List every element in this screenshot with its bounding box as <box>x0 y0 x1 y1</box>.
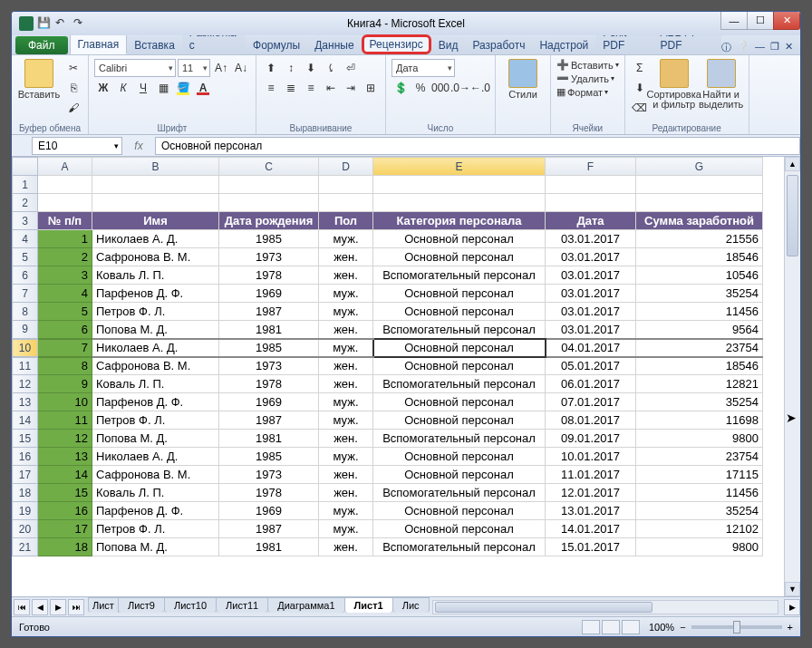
cell[interactable]: муж. <box>319 393 373 411</box>
number-format-combo[interactable]: Дата <box>392 59 455 77</box>
cell[interactable]: Сафронова В. М. <box>92 248 219 266</box>
sheet-tab[interactable]: Лист9 <box>118 597 165 613</box>
format-painter-icon[interactable]: 🖌 <box>64 99 82 117</box>
cell[interactable]: Вспомогательный персонал <box>373 375 546 393</box>
cell[interactable]: 08.01.2017 <box>546 411 636 430</box>
sheet-nav-prev-icon[interactable]: ◀ <box>32 599 48 615</box>
cell[interactable]: Основной персонал <box>373 466 546 484</box>
cell[interactable]: Вспомогательный персонал <box>373 266 546 285</box>
cell[interactable]: 14.01.2017 <box>546 520 636 538</box>
tab-addins[interactable]: Надстрой <box>532 36 595 54</box>
find-select-button[interactable]: Найти и выделить <box>700 59 743 110</box>
sheet-tab[interactable]: Лист1 <box>344 597 393 613</box>
cell[interactable]: 18546 <box>636 357 763 375</box>
cell[interactable]: Петров Ф. Л. <box>92 411 219 430</box>
cell[interactable]: 1973 <box>219 248 319 266</box>
excel-icon[interactable] <box>19 16 34 31</box>
decrease-decimal-icon[interactable]: ←.0 <box>471 79 489 97</box>
cell[interactable] <box>636 194 763 212</box>
copy-icon[interactable]: ⎘ <box>64 79 82 97</box>
row-header[interactable]: 8 <box>13 303 38 321</box>
help-icon[interactable]: ❔ <box>737 41 749 54</box>
cell[interactable]: 1987 <box>219 303 319 321</box>
cell[interactable]: Основной персонал <box>373 448 546 466</box>
redo-icon[interactable]: ↷ <box>73 16 88 31</box>
cell[interactable]: Попова М. Д. <box>92 538 219 556</box>
zoom-out-icon[interactable]: − <box>680 622 685 633</box>
cell[interactable]: 14 <box>38 466 92 484</box>
cell[interactable]: 1981 <box>219 430 319 448</box>
zoom-in-icon[interactable]: + <box>788 622 793 633</box>
row-header[interactable]: 6 <box>13 266 38 285</box>
bold-button[interactable]: Ж <box>94 79 112 97</box>
cell[interactable]: 1969 <box>219 393 319 411</box>
cell[interactable]: Основной персонал <box>373 248 546 266</box>
cell[interactable]: 9800 <box>636 430 763 448</box>
cell[interactable]: 1985 <box>219 448 319 466</box>
cell[interactable]: 03.01.2017 <box>546 230 636 248</box>
cell[interactable]: жен. <box>319 466 373 484</box>
tab-view[interactable]: Вид <box>431 36 466 54</box>
shrink-font-icon[interactable]: A↓ <box>232 59 250 77</box>
row-header[interactable]: 20 <box>13 520 38 538</box>
cell[interactable] <box>38 176 92 194</box>
cell[interactable]: 16 <box>38 502 92 520</box>
name-box[interactable]: E10 <box>32 137 122 155</box>
percent-icon[interactable]: % <box>411 79 430 97</box>
delete-cells-button[interactable]: Удалить <box>571 73 609 84</box>
cell[interactable]: муж. <box>319 339 373 357</box>
cell[interactable]: Сафронова В. М. <box>92 357 219 375</box>
cell[interactable]: 17115 <box>636 466 763 484</box>
cell[interactable]: 1969 <box>219 285 319 303</box>
cell[interactable]: Основной персонал <box>373 339 546 357</box>
cell[interactable]: 1978 <box>219 484 319 502</box>
sheet-tab[interactable]: Диаграмма1 <box>267 597 344 613</box>
cell[interactable] <box>373 194 546 212</box>
cell[interactable]: Основной персонал <box>373 520 546 538</box>
sheet-tab[interactable]: Лист10 <box>164 597 217 613</box>
cell[interactable]: 1987 <box>219 411 319 430</box>
cell[interactable]: 12.01.2017 <box>546 484 636 502</box>
cell[interactable]: 9 <box>38 375 92 393</box>
cell[interactable]: Вспомогательный персонал <box>373 484 546 502</box>
undo-icon[interactable]: ↶ <box>55 16 70 31</box>
cell[interactable]: муж. <box>319 520 373 538</box>
cell[interactable]: 04.01.2017 <box>546 339 636 357</box>
cell[interactable]: 1985 <box>219 230 319 248</box>
cell[interactable]: 03.01.2017 <box>546 303 636 321</box>
align-bottom-icon[interactable]: ⬇ <box>302 59 320 77</box>
cell[interactable]: Парфенов Д. Ф. <box>92 285 219 303</box>
row-header[interactable]: 1 <box>13 176 38 194</box>
cell[interactable]: Петров Ф. Л. <box>92 303 219 321</box>
cell[interactable]: 4 <box>38 285 92 303</box>
grow-font-icon[interactable]: A↑ <box>212 59 230 77</box>
cell[interactable]: 1978 <box>219 375 319 393</box>
cell[interactable]: 35254 <box>636 502 763 520</box>
cell[interactable]: жен. <box>319 248 373 266</box>
cell[interactable]: Основной персонал <box>373 393 546 411</box>
row-header[interactable]: 15 <box>13 430 38 448</box>
cell[interactable]: Основной персонал <box>373 303 546 321</box>
tab-developer[interactable]: Разработч <box>465 36 532 54</box>
border-icon[interactable]: ▦ <box>154 79 172 97</box>
sheet-nav-first-icon[interactable]: ⏮ <box>14 599 30 615</box>
wrap-text-icon[interactable]: ⏎ <box>342 59 360 77</box>
cell[interactable]: Попова М. Д. <box>92 321 219 339</box>
doc-close-icon[interactable]: ✕ <box>785 41 793 54</box>
cell[interactable]: Парфенов Д. Ф. <box>92 502 219 520</box>
zoom-knob[interactable] <box>733 621 740 633</box>
cell[interactable]: 3 <box>38 266 92 285</box>
column-header[interactable]: C <box>219 158 319 176</box>
zoom-slider[interactable] <box>691 625 782 629</box>
tab-data[interactable]: Данные <box>307 36 361 54</box>
column-header[interactable]: B <box>92 158 219 176</box>
cell[interactable]: 03.01.2017 <box>546 321 636 339</box>
row-header[interactable]: 17 <box>13 466 38 484</box>
align-right-icon[interactable]: ≡ <box>302 79 320 97</box>
cell[interactable]: Коваль Л. П. <box>92 266 219 285</box>
page-layout-view-icon[interactable] <box>602 620 620 634</box>
fill-color-icon[interactable]: 🪣 <box>174 79 192 97</box>
sheet-nav-last-icon[interactable]: ⏭ <box>68 599 84 615</box>
row-header[interactable]: 11 <box>13 357 38 375</box>
cell[interactable]: 1981 <box>219 321 319 339</box>
